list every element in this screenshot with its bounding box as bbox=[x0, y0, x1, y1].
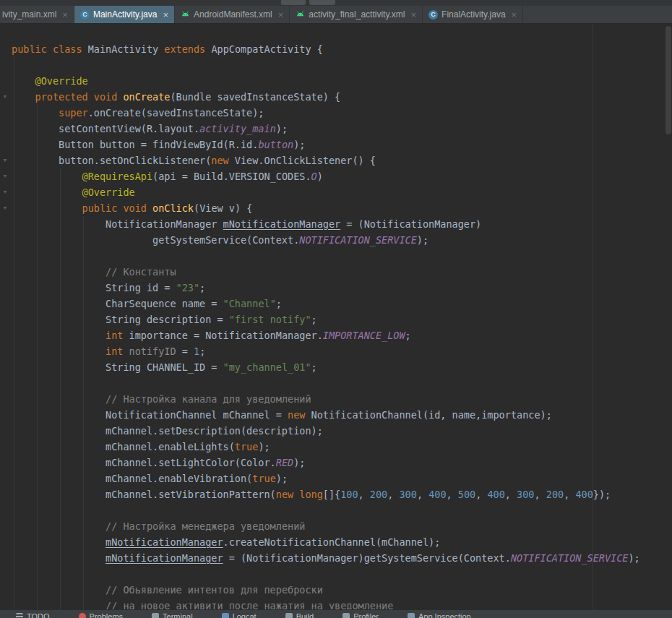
profiler-icon bbox=[343, 613, 350, 618]
fold-marker-icon[interactable]: ▾ bbox=[1, 184, 9, 200]
tab-activity-main-xml[interactable]: ivity_main.xml× bbox=[0, 6, 74, 23]
logcat-icon bbox=[222, 613, 229, 618]
code-line: ▾ button.setOnClickListener(new View.OnC… bbox=[0, 153, 672, 168]
tool-window-label: App Inspection bbox=[418, 612, 471, 618]
code-line: mNotificationManager = (NotificationMana… bbox=[0, 550, 672, 566]
tool-window-label: Logcat bbox=[233, 612, 257, 618]
code-lines: public class MainActivity extends AppCom… bbox=[0, 41, 672, 614]
code-line: mChannel.setLightColor(Color.RED); bbox=[0, 455, 672, 471]
toolbar-button[interactable] bbox=[309, 0, 335, 5]
android-studio-window: ivity_main.xml×CMainActivity.java×Androi… bbox=[0, 0, 672, 618]
tool-window-label: Problems bbox=[90, 612, 123, 618]
code-line: // Настройка канала для уведомлений bbox=[0, 391, 672, 407]
fold-marker-icon[interactable]: ▾ bbox=[1, 89, 9, 105]
code-line: int notifyID = 1; bbox=[0, 343, 672, 359]
code-line: NotificationChannel mChannel = new Notif… bbox=[0, 407, 672, 423]
todo-icon bbox=[16, 613, 23, 618]
tab-label: FinalActivity.java bbox=[441, 9, 505, 20]
code-line bbox=[0, 502, 672, 518]
build-icon bbox=[285, 613, 293, 618]
code-line: ▾ protected void onCreate(Bundle savedIn… bbox=[0, 89, 672, 105]
code-line bbox=[0, 375, 672, 391]
code-line: public class MainActivity extends AppCom… bbox=[0, 41, 672, 57]
android-icon bbox=[296, 10, 305, 20]
problems-icon bbox=[79, 613, 86, 618]
code-line: Button button = findViewById(R.id.button… bbox=[0, 137, 672, 153]
tool-window-bar: TODOProblemsTerminalLogcatBuildProfilerA… bbox=[0, 609, 672, 618]
code-line: String description = "first notify"; bbox=[0, 312, 672, 327]
scrollbar-thumb[interactable] bbox=[665, 26, 671, 134]
tab-close-icon[interactable]: × bbox=[512, 10, 517, 20]
tab-label: ivity_main.xml bbox=[2, 9, 56, 20]
code-line: ▾ @RequiresApi(api = Build.VERSION_CODES… bbox=[0, 168, 672, 184]
code-line: mChannel.enableVibration(true); bbox=[0, 471, 672, 486]
android-icon bbox=[181, 10, 190, 20]
code-line: String id = "23"; bbox=[0, 280, 672, 296]
tab-mainactivity-java[interactable]: CMainActivity.java× bbox=[74, 6, 175, 23]
code-line bbox=[0, 57, 672, 73]
tool-window-label: TODO bbox=[27, 612, 50, 618]
code-line: setContentView(R.layout.activity_main); bbox=[0, 121, 672, 137]
tab-close-icon[interactable]: × bbox=[163, 10, 168, 20]
code-line: // Настройка менеджера уведомлений bbox=[0, 518, 672, 534]
code-line: // Обьявление интентов для переброски bbox=[0, 582, 672, 598]
fold-marker-icon[interactable]: ▾ bbox=[1, 200, 9, 216]
tool-window-button-terminal[interactable]: Terminal bbox=[152, 612, 193, 618]
code-line bbox=[0, 566, 672, 582]
tab-close-icon[interactable]: × bbox=[411, 10, 417, 20]
fold-marker-icon[interactable]: ▾ bbox=[1, 168, 9, 184]
tool-window-button-todo[interactable]: TODO bbox=[16, 612, 50, 618]
java-class-icon: C bbox=[80, 10, 90, 20]
code-line bbox=[0, 248, 672, 264]
tab-label: MainActivity.java bbox=[93, 9, 157, 20]
code-line: mChannel.setVibrationPattern(new long[]{… bbox=[0, 486, 672, 502]
fold-marker-icon[interactable]: ▾ bbox=[1, 153, 9, 168]
code-line: mNotificationManager.createNotificationC… bbox=[0, 534, 672, 550]
tool-window-label: Terminal bbox=[163, 612, 193, 618]
tool-window-button-problems[interactable]: Problems bbox=[79, 612, 123, 618]
tool-window-button-app-inspection[interactable]: App Inspection bbox=[408, 612, 471, 618]
code-line: mChannel.setDescription(description); bbox=[0, 423, 672, 439]
code-line: // Константы bbox=[0, 264, 672, 280]
tool-window-button-logcat[interactable]: Logcat bbox=[222, 612, 257, 618]
java-class-icon: C bbox=[428, 10, 438, 20]
tab-close-icon[interactable]: × bbox=[278, 10, 284, 20]
main-toolbar bbox=[0, 0, 672, 6]
code-line: String CHANNEL_ID = "my_channel_01"; bbox=[0, 359, 672, 375]
code-line: ▾ @Override bbox=[0, 184, 672, 200]
tool-window-label: Build bbox=[296, 612, 314, 618]
code-line: @Override bbox=[0, 73, 672, 89]
app-inspection-icon bbox=[408, 613, 415, 618]
code-line: NotificationManager mNotificationManager… bbox=[0, 216, 672, 232]
toolbar-button[interactable] bbox=[281, 0, 306, 5]
code-line: getSystemService(Context.NOTIFICATION_SE… bbox=[0, 232, 672, 248]
tab-androidmanifest-xml[interactable]: AndroidManifest.xml× bbox=[175, 6, 290, 23]
tool-window-button-profiler[interactable]: Profiler bbox=[343, 612, 379, 618]
code-line: super.onCreate(savedInstanceState); bbox=[0, 105, 672, 121]
editor-tab-bar: ivity_main.xml×CMainActivity.java×Androi… bbox=[0, 6, 672, 24]
tab-finalactivity-java[interactable]: CFinalActivity.java× bbox=[423, 6, 523, 23]
tab-label: AndroidManifest.xml bbox=[194, 9, 272, 20]
code-line: ▾ public void onClick(View v) { bbox=[0, 200, 672, 216]
code-line: mChannel.enableLights(true); bbox=[0, 439, 672, 455]
tab-activity-final-acttivity-xml[interactable]: activity_final_acttivity.xml× bbox=[290, 6, 423, 23]
tab-label: activity_final_acttivity.xml bbox=[309, 9, 405, 20]
tool-window-label: Profiler bbox=[353, 612, 379, 618]
terminal-icon bbox=[152, 613, 159, 618]
tab-close-icon[interactable]: × bbox=[62, 10, 68, 20]
code-editor[interactable]: public class MainActivity extends AppCom… bbox=[0, 24, 672, 618]
code-line: CharSequence name = "Channel"; bbox=[0, 296, 672, 312]
code-line: int importance = NotificationManager.IMP… bbox=[0, 327, 672, 343]
tool-window-button-build[interactable]: Build bbox=[285, 612, 314, 618]
